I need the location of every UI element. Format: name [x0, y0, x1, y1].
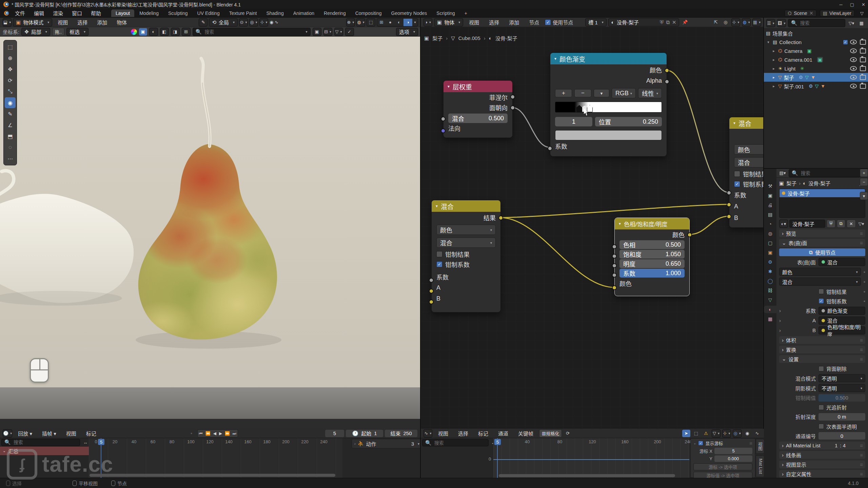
graph-cursor-line[interactable]	[493, 459, 689, 460]
properties-search-input[interactable]	[800, 170, 857, 176]
graph-search[interactable]: 🔍	[422, 439, 489, 446]
outliner-scene-collection[interactable]: ▤ 场景集合	[764, 29, 868, 38]
outliner-search-input[interactable]	[800, 20, 842, 26]
color-wheel-icon[interactable]	[131, 29, 137, 35]
socket-in-factor[interactable]	[612, 273, 617, 278]
socket-in-value[interactable]	[612, 263, 617, 268]
tool-extra-icon[interactable]: ◌	[5, 142, 16, 153]
refresh-icon[interactable]: ⟳	[564, 430, 572, 437]
ramp-stop-0[interactable]	[576, 105, 582, 112]
node-layer-weight-header[interactable]: ▾层权重	[443, 81, 512, 92]
tab-view[interactable]: 视图	[756, 439, 764, 454]
menu-file[interactable]: 文件	[11, 9, 29, 17]
shading-wireframe-icon[interactable]: ⊞	[377, 19, 386, 26]
cursor-y-field[interactable]: 0.000	[714, 455, 752, 462]
tab-constraints-icon[interactable]: ⛓	[764, 287, 776, 294]
clamp-result-checkbox[interactable]	[818, 289, 824, 294]
slot-specials-icon[interactable]: ▾	[860, 192, 868, 200]
socket-in-a[interactable]	[429, 289, 434, 293]
outliner-item-pear001[interactable]: ▸ ▽ 梨子.001 ⚙ ▽ ▼	[764, 82, 868, 90]
overlays-icon[interactable]: ◍▾	[356, 18, 365, 26]
next-key-icon[interactable]: ⏩	[225, 431, 230, 436]
camera-render-icon[interactable]	[860, 48, 866, 54]
raytrace-checkbox[interactable]	[818, 405, 824, 410]
node-mix-left[interactable]: ▾混合 结果 颜色▾ 混合▾ 钳制结果 ✓ 钳制系数 系数 A B	[431, 200, 501, 312]
parent-node-icon[interactable]: ⇱	[712, 19, 720, 26]
socket-out-facing[interactable]	[510, 105, 515, 110]
graph-search-input[interactable]	[434, 440, 486, 446]
socket-out-color[interactable]	[665, 68, 669, 73]
material-name-field[interactable]: 没骨-梨子	[789, 220, 825, 228]
proportional-edit-icon[interactable]: ⊹▾	[259, 18, 268, 26]
timeline-search[interactable]: 🔍	[1, 439, 80, 446]
node-hsv-header[interactable]: ▾色相/饱和度/明度	[615, 218, 689, 229]
eye-icon[interactable]	[850, 57, 857, 62]
shading-rendered-icon[interactable]: ◑	[403, 19, 412, 26]
tool-select-box-icon[interactable]: ⬚	[5, 41, 16, 52]
orientation-dropdown[interactable]: ⟲ 全局 ▾	[209, 18, 238, 26]
jump-start-icon[interactable]: ⏮	[199, 431, 203, 436]
tool-cursor-icon[interactable]: ⊕	[5, 53, 16, 63]
clamp-factor-checkbox[interactable]: ✓	[818, 298, 824, 304]
timeline-menu-view[interactable]: 视图	[62, 429, 80, 438]
tab-viewlayer-icon[interactable]: ▤	[764, 211, 776, 218]
workspace-tab-layout[interactable]: Layout	[111, 9, 134, 17]
node-color-ramp[interactable]: ▾颜色渐变 颜色 Alpha + − ▾ RGB▾ 线性▾ 1	[550, 53, 667, 157]
clamp-factor-checkbox[interactable]: ✓	[734, 181, 740, 187]
copy-icon[interactable]: ⧉	[666, 19, 670, 25]
menu-render[interactable]: 渲染	[49, 9, 67, 17]
ramp-options-icon[interactable]: ▾	[594, 89, 609, 97]
tab-render-icon[interactable]: ▣	[764, 192, 776, 199]
pivot-icon[interactable]: ⊹▾	[722, 429, 731, 438]
node-menu-view[interactable]: 视图	[465, 18, 483, 26]
play-icon[interactable]: ▶	[219, 431, 222, 436]
blend-field[interactable]: 混合 0.500	[448, 114, 508, 123]
node-mix-left-header[interactable]: ▾混合	[432, 200, 500, 212]
unlink-material-icon[interactable]: ✕	[847, 220, 856, 228]
tab-scene-icon[interactable]: ◔	[764, 220, 776, 228]
workspace-tab-geometrynodes[interactable]: Geometry Nodes	[387, 9, 432, 17]
collection-checkbox[interactable]: ✓	[843, 40, 848, 45]
tab-tool-icon[interactable]: ⚒	[764, 182, 776, 190]
timeline-search-input[interactable]	[13, 439, 77, 445]
graph-menu-marker[interactable]: 标记	[474, 429, 492, 438]
socket-in-color[interactable]	[612, 285, 617, 290]
panel-volume[interactable]: ›体积≡	[779, 336, 865, 344]
use-nodes-button[interactable]: ⧉ 使用节点	[779, 248, 865, 256]
select-cursor-icon[interactable]: ➤	[682, 430, 690, 437]
options-dropdown[interactable]: 选项 ▾	[396, 28, 418, 36]
snap-magnet-icon[interactable]: ◎▾	[249, 18, 258, 26]
proportional-icon[interactable]: ◉	[743, 430, 751, 437]
copy-material-icon[interactable]: ⧉	[837, 220, 845, 228]
timeline-scrollbar[interactable]	[90, 474, 335, 477]
fake-user-shield-icon[interactable]: ⛨	[660, 19, 664, 25]
xray-icon[interactable]: ⬚	[367, 18, 375, 26]
socket-in-b[interactable]	[429, 300, 434, 304]
use-nodes-checkbox[interactable]: ✓	[545, 19, 551, 25]
play-reverse-icon[interactable]: ◀	[213, 431, 216, 436]
tab-output-icon[interactable]: 🖨	[764, 201, 776, 209]
outliner-item-pear-selected[interactable]: ▸ ▽ 梨子 ⚙ ▽ ▼	[764, 73, 868, 82]
chevron-right-icon[interactable]: ▸	[771, 66, 776, 71]
filter-funnel-icon[interactable]: ▽▾	[334, 28, 343, 36]
interpolation-dropdown[interactable]: 线性▾	[638, 88, 662, 98]
brush-blend-icon[interactable]: ▣	[139, 28, 147, 36]
viewport-menu-add[interactable]: 添加	[93, 18, 111, 26]
current-frame-field[interactable]: 5	[325, 430, 344, 437]
tool-add-cube-icon[interactable]: ⬒	[5, 131, 16, 142]
shading-solid-icon[interactable]: ●	[386, 19, 395, 26]
eye-icon[interactable]	[850, 75, 857, 80]
expand-icon[interactable]: ›	[779, 327, 784, 333]
add-stop-button[interactable]: +	[555, 89, 572, 97]
workspace-tab-animation[interactable]: Animation	[289, 9, 319, 17]
graph-menu-select[interactable]: 选择	[454, 429, 472, 438]
chevron-right-icon[interactable]: ▸	[771, 75, 776, 80]
graph-menu-view[interactable]: 视图	[434, 429, 452, 438]
tab-material-icon[interactable]: ◐	[764, 306, 776, 313]
magnet-icon[interactable]: ◎▾	[733, 429, 742, 438]
surface-value[interactable]: 混合	[818, 258, 865, 266]
socket-in-factor[interactable]	[429, 278, 434, 283]
camera-render-icon[interactable]	[860, 40, 866, 45]
clamp-result-checkbox[interactable]	[436, 251, 442, 257]
mix-datatype-dropdown[interactable]: 颜色▾	[779, 268, 861, 276]
